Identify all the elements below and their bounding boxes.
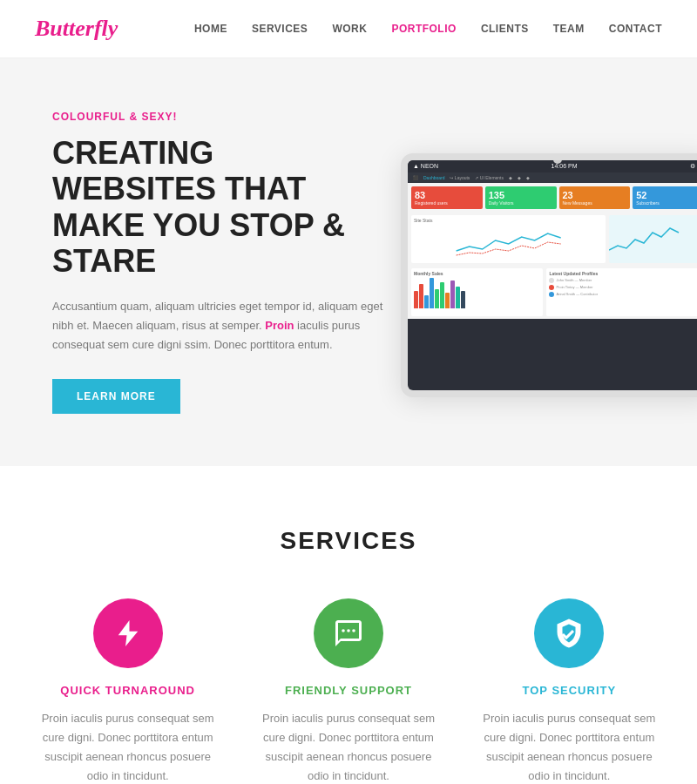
nav-portfolio[interactable]: PORTFOLIO bbox=[391, 23, 457, 35]
svg-point-0 bbox=[342, 629, 345, 632]
service-quick-turnaround: QUICK TURNAROUND Proin iaculis purus con… bbox=[35, 598, 220, 784]
nav-clients[interactable]: CLIENTS bbox=[481, 23, 529, 35]
hero-image: ▲ NEON 14:06 PM ⚙ ✦ ⬛ Dashboard ↪ Layout… bbox=[383, 127, 697, 397]
nav-work[interactable]: WORK bbox=[332, 23, 367, 35]
service-top-security: TOP SECURITY Proin iaculis purus consequ… bbox=[477, 598, 662, 784]
services-grid: QUICK TURNAROUND Proin iaculis purus con… bbox=[35, 598, 662, 784]
hero-text: COLOURFUL & SEXY! CREATING WEBSITES THAT… bbox=[52, 111, 383, 414]
stat-registered: 83 Registered users bbox=[411, 186, 483, 209]
nav-services[interactable]: SERVICES bbox=[252, 23, 308, 35]
nav-home[interactable]: HOME bbox=[194, 23, 227, 35]
svg-point-2 bbox=[352, 629, 355, 632]
service-name-security: TOP SECURITY bbox=[477, 684, 662, 697]
learn-more-button[interactable]: LEARN MORE bbox=[52, 379, 180, 414]
services-title: SERVICES bbox=[35, 527, 662, 555]
service-name-support: FRIENDLY SUPPORT bbox=[255, 684, 441, 697]
chat-icon bbox=[333, 618, 364, 649]
bolt-icon bbox=[112, 618, 144, 649]
stat-messages: 23 New Messages bbox=[559, 186, 631, 209]
tablet-mockup: ▲ NEON 14:06 PM ⚙ ✦ ⬛ Dashboard ↪ Layout… bbox=[401, 153, 697, 397]
service-name-quick: QUICK TURNAROUND bbox=[35, 684, 220, 697]
monthly-sales-chart: Monthly Sales bbox=[411, 268, 543, 316]
shield-icon bbox=[553, 618, 585, 649]
hero-title: CREATING WEBSITES THAT MAKE YOU STOP & S… bbox=[52, 135, 383, 280]
realtime-chart bbox=[609, 215, 697, 263]
services-section: SERVICES QUICK TURNAROUND Proin iaculis … bbox=[0, 466, 697, 784]
dashboard-stats: 83 Registered users 135 Daily Visitors 2… bbox=[408, 183, 697, 213]
stat-visitors: 135 Daily Visitors bbox=[485, 186, 557, 209]
svg-point-1 bbox=[347, 629, 350, 632]
main-nav: HOME SERVICES WORK PORTFOLIO CLIENTS TEA… bbox=[194, 23, 662, 35]
dashboard-topbar: ▲ NEON 14:06 PM ⚙ ✦ bbox=[408, 160, 697, 172]
logo: Butterfly bbox=[35, 16, 118, 42]
quick-turnaround-icon-wrap bbox=[93, 598, 163, 668]
profiles-box: Latest Updated Profiles John Smith — Mem… bbox=[546, 268, 697, 316]
hero-description: Accusantium quam, aliquam ultricies eget… bbox=[52, 297, 383, 355]
nav-contact[interactable]: CONTACT bbox=[609, 23, 662, 35]
top-security-icon-wrap bbox=[534, 598, 604, 668]
service-desc-support: Proin iaculis purus consequat sem cure d… bbox=[255, 709, 441, 784]
service-desc-quick: Proin iaculis purus consequat sem cure d… bbox=[35, 709, 220, 784]
dashboard-bottom: Monthly Sales bbox=[408, 266, 697, 319]
hero-tagline: COLOURFUL & SEXY! bbox=[52, 111, 383, 123]
hero-section: COLOURFUL & SEXY! CREATING WEBSITES THAT… bbox=[0, 58, 697, 466]
friendly-support-icon-wrap bbox=[314, 598, 383, 668]
tablet-screen: ▲ NEON 14:06 PM ⚙ ✦ ⬛ Dashboard ↪ Layout… bbox=[408, 160, 697, 390]
service-desc-security: Proin iaculis purus consequat sem cure d… bbox=[477, 709, 662, 784]
dashboard-charts: Site Stats bbox=[408, 213, 697, 266]
site-stats-chart: Site Stats bbox=[411, 215, 606, 263]
header: Butterfly HOME SERVICES WORK PORTFOLIO C… bbox=[0, 0, 697, 58]
dashboard-navbar: ⬛ Dashboard ↪ Layouts ↗ UI Elements ◆◆◆ bbox=[408, 172, 697, 183]
nav-team[interactable]: TEAM bbox=[553, 23, 585, 35]
stat-subscribers: 52 Subscribers bbox=[633, 186, 697, 209]
service-friendly-support: FRIENDLY SUPPORT Proin iaculis purus con… bbox=[255, 598, 441, 784]
